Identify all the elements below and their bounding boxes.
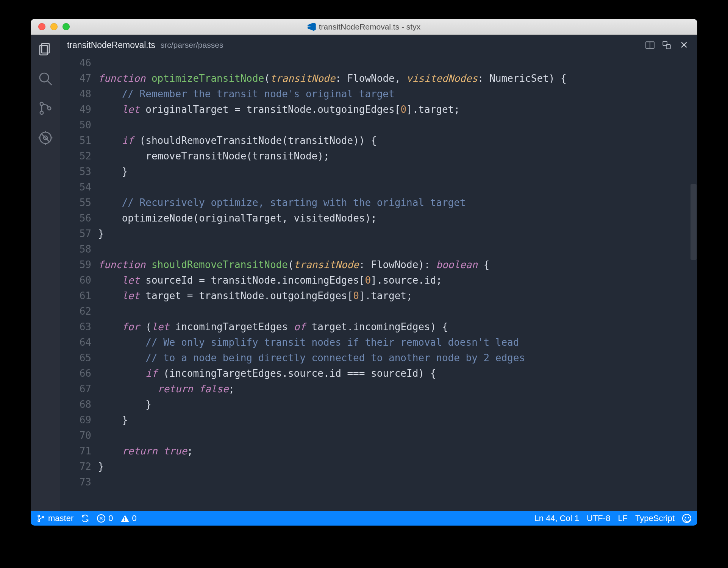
line-number: 69 (60, 412, 91, 428)
code-line[interactable]: } (98, 397, 697, 412)
code-line[interactable]: function shouldRemoveTransitNode(transit… (98, 257, 697, 273)
code-line[interactable]: if (incomingTargetEdges.source.id === so… (98, 366, 697, 381)
encoding-status[interactable]: UTF-8 (587, 513, 610, 523)
line-number: 46 (60, 55, 91, 71)
code-line[interactable]: return false; (98, 381, 697, 397)
code-line[interactable]: for (let incomingTargetEdges of target.i… (98, 319, 697, 335)
feedback-button[interactable] (682, 514, 691, 523)
code-editor[interactable]: 4647484950515253545556575859606162636465… (60, 55, 697, 511)
line-number: 60 (60, 273, 91, 288)
code-line[interactable] (98, 179, 697, 195)
code-line[interactable] (98, 242, 697, 257)
code-line[interactable]: return true; (98, 443, 697, 459)
git-icon[interactable] (38, 101, 53, 116)
sync-button[interactable] (81, 514, 89, 523)
svg-point-18 (38, 515, 40, 517)
svg-point-6 (48, 107, 51, 110)
code-line[interactable]: } (98, 459, 697, 474)
explorer-icon[interactable] (38, 42, 53, 57)
line-number: 58 (60, 242, 91, 257)
svg-line-3 (47, 81, 52, 85)
code-line[interactable]: let sourceId = transitNode.incomingEdges… (98, 273, 697, 288)
line-number: 63 (60, 319, 91, 335)
warning-icon (121, 515, 129, 522)
warning-count: 0 (132, 513, 137, 523)
tab-path: src/parser/passes (161, 41, 223, 50)
line-number: 56 (60, 211, 91, 226)
line-number: 50 (60, 117, 91, 133)
line-number: 66 (60, 366, 91, 381)
debug-icon[interactable] (38, 130, 53, 145)
tab-filename[interactable]: transitNodeRemoval.ts (67, 40, 155, 50)
line-number: 68 (60, 397, 91, 412)
code-line[interactable]: function optimizeTransitNode(transitNode… (98, 71, 697, 86)
line-number: 67 (60, 381, 91, 397)
svg-point-19 (38, 520, 40, 522)
code-line[interactable]: } (98, 226, 697, 242)
eol-status[interactable]: LF (618, 513, 628, 523)
code-line[interactable]: } (98, 412, 697, 428)
code-line[interactable] (98, 117, 697, 133)
line-number: 64 (60, 335, 91, 350)
code-line[interactable]: // Recursively optimize, starting with t… (98, 195, 697, 211)
code-line[interactable]: if (shouldRemoveTransitNode(transitNode)… (98, 133, 697, 148)
svg-point-5 (40, 111, 43, 114)
code-line[interactable] (98, 304, 697, 319)
vscode-window: transitNodeRemoval.ts - styx transitNode… (31, 19, 697, 526)
error-count: 0 (108, 513, 113, 523)
branch-name: master (48, 513, 73, 523)
line-number: 53 (60, 164, 91, 179)
line-number: 73 (60, 474, 91, 490)
errors-status[interactable]: ✕ 0 (97, 513, 113, 523)
window-title-text: transitNodeRemoval.ts - styx (319, 22, 420, 31)
line-number: 48 (60, 86, 91, 102)
svg-point-4 (40, 102, 43, 105)
code-line[interactable]: } (98, 164, 697, 179)
split-editor-icon[interactable] (644, 39, 656, 51)
error-icon: ✕ (97, 514, 105, 523)
line-number: 70 (60, 428, 91, 443)
smiley-icon (682, 514, 691, 523)
window-title: transitNodeRemoval.ts - styx (31, 22, 697, 31)
line-number: 55 (60, 195, 91, 211)
line-number: 52 (60, 148, 91, 164)
cursor-position[interactable]: Ln 44, Col 1 (534, 513, 579, 523)
scrollbar-thumb[interactable] (691, 184, 697, 260)
more-actions-icon[interactable] (661, 39, 672, 51)
line-number: 62 (60, 304, 91, 319)
svg-point-20 (42, 516, 44, 518)
line-number: 49 (60, 102, 91, 117)
activity-bar (31, 35, 60, 511)
status-bar: master ✕ 0 0 Ln 44, Col 1 UTF-8 LF TypeS… (31, 511, 697, 526)
line-number: 54 (60, 179, 91, 195)
code-line[interactable]: optimizeNode(originalTarget, visitedNode… (98, 211, 697, 226)
editor-area: transitNodeRemoval.ts src/parser/passes … (60, 35, 697, 511)
code-line[interactable]: // We only simplify transit nodes if the… (98, 335, 697, 350)
warnings-status[interactable]: 0 (121, 513, 137, 523)
line-number: 65 (60, 350, 91, 366)
tab-bar: transitNodeRemoval.ts src/parser/passes … (60, 35, 697, 55)
svg-point-2 (40, 73, 48, 82)
search-icon[interactable] (38, 71, 53, 86)
code-line[interactable]: let target = transitNode.outgoingEdges[0… (98, 288, 697, 304)
line-number: 57 (60, 226, 91, 242)
code-line[interactable]: removeTransitNode(transitNode); (98, 148, 697, 164)
code-line[interactable] (98, 474, 697, 490)
close-tab-icon[interactable]: ✕ (678, 39, 691, 51)
code-line[interactable]: // Remember the transit node's original … (98, 86, 697, 102)
titlebar[interactable]: transitNodeRemoval.ts - styx (31, 19, 697, 35)
code-line[interactable]: // to a node being directly connected to… (98, 350, 697, 366)
line-number: 59 (60, 257, 91, 273)
line-number-gutter: 4647484950515253545556575859606162636465… (60, 55, 98, 511)
line-number: 72 (60, 459, 91, 474)
svg-line-8 (42, 134, 49, 142)
code-line[interactable] (98, 428, 697, 443)
code-line[interactable] (98, 55, 697, 71)
line-number: 51 (60, 133, 91, 148)
code-content[interactable]: function optimizeTransitNode(transitNode… (98, 55, 697, 511)
language-status[interactable]: TypeScript (635, 513, 675, 523)
code-line[interactable]: let originalTarget = transitNode.outgoin… (98, 102, 697, 117)
line-number: 47 (60, 71, 91, 86)
line-number: 71 (60, 443, 91, 459)
git-branch-status[interactable]: master (37, 513, 73, 523)
